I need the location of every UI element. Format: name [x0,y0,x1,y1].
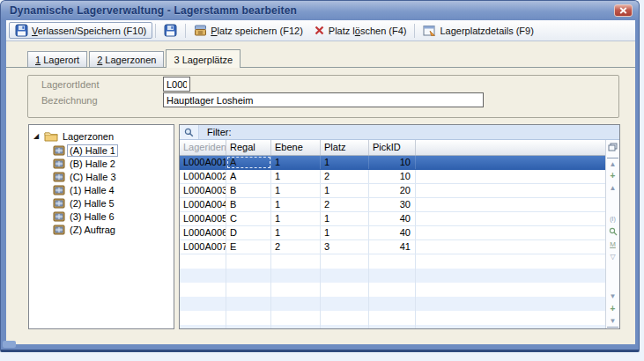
table-row[interactable]: L000A005 C 1 1 40 [180,212,605,226]
column-header-pickid[interactable]: PickID [369,140,416,155]
nav-prior-icon[interactable]: ▲ [607,182,618,194]
table-row[interactable]: L000A006 D 1 1 40 [180,226,605,240]
column-header-regal[interactable]: Regal [226,140,271,155]
nav-locate-icon[interactable] [607,225,618,237]
tree-item-halle-5[interactable]: (2) Halle 5 [53,196,174,210]
cell-ebene[interactable]: 1 [271,198,321,211]
cell-ebene[interactable]: 1 [271,226,321,239]
tree-item-label: (2) Halle 5 [68,198,116,209]
cell-platz[interactable]: 2 [321,170,369,183]
cell-regal[interactable]: C [226,212,271,225]
tree-item-auftrag[interactable]: (Z) Auftrag [53,223,174,236]
cell-ebene[interactable]: 1 [271,184,321,197]
cell-ebene[interactable]: 1 [271,170,321,183]
nav-next-page-icon[interactable]: + [607,303,618,314]
cell-platz[interactable]: 1 [321,184,369,197]
delete-place-label: Platz löschen (F4) [329,26,407,36]
tab-strip: 1 Lagerort 2 Lagerzonen 3 Lagerplätze [27,49,242,68]
cell-platz[interactable]: 1 [321,226,369,239]
save-exit-button[interactable]: Verlassen/Speichern (F10) [9,22,152,39]
cell-pickid[interactable]: 40 [369,226,416,239]
tree-item-label: (3) Halle 6 [68,211,116,222]
cell-pickid[interactable]: 10 [369,170,416,183]
tree-item-halle-3[interactable]: (C) Halle 3 [53,170,174,183]
tab-lagerplaetze[interactable]: 3 Lagerplätze [166,49,241,68]
tree-item-label: (1) Halle 4 [68,185,116,195]
cell-regal[interactable]: A [226,170,271,183]
empty-row [180,283,605,297]
cell-lagerident[interactable]: L000A007 [180,240,226,254]
resize-grip[interactable] [3,341,16,348]
tree-item-halle-4[interactable]: (1) Halle 4 [53,183,174,196]
nav-last-icon[interactable]: ▼ [607,315,618,328]
storage-bin-icon [53,172,65,182]
cell-lagerident[interactable]: L000A004 [180,198,226,211]
cell-regal[interactable]: B [226,184,271,197]
table-row-selected[interactable]: L000A001 A 1 1 10 [180,156,605,170]
filter-label: Filter: [207,127,232,137]
tree-item-label: (Z) Auftrag [68,225,117,235]
lagerort-ident-input[interactable] [163,77,190,92]
title-bar[interactable]: Dynamische Lagerverwaltung - Lagerstamm … [1,1,639,20]
cell-lagerident[interactable]: L000A001 [180,156,226,169]
delete-place-button[interactable]: Platz löschen (F4) [308,22,412,39]
cell-regal[interactable]: B [226,198,271,211]
close-button[interactable] [614,4,633,17]
storage-bin-icon [53,158,65,169]
tree-item-halle-2[interactable]: (B) Halle 2 [53,157,174,170]
cell-lagerident[interactable]: L000A005 [180,212,226,225]
nav-bookmark-icon[interactable]: M [607,239,618,250]
nav-prior-page-icon[interactable]: + [607,170,618,181]
table-row[interactable]: L000A004 B 1 2 30 [180,198,605,212]
empty-row-stripe [180,269,605,283]
cell-ebene[interactable]: 2 [271,240,321,254]
column-header-lagerident[interactable]: Lagerident [180,140,226,155]
cell-ebene[interactable]: 1 [271,212,321,225]
cell-platz[interactable]: 1 [321,212,369,225]
cell-platz[interactable]: 3 [321,240,369,254]
cell-ebene[interactable]: 1 [271,156,321,169]
bezeichnung-input[interactable] [163,92,484,107]
cell-pickid[interactable]: 20 [369,184,416,197]
cell-lagerident[interactable]: L000A003 [180,184,226,197]
cell-platz[interactable]: 1 [321,156,369,169]
cell-regal[interactable]: D [226,226,271,239]
cell-regal[interactable]: E [226,240,271,254]
nav-filter-icon[interactable]: ▽ [607,251,618,262]
cell-pickid[interactable]: 41 [369,240,416,254]
table-row[interactable]: L000A002 A 1 2 10 [180,170,605,184]
save-place-button[interactable]: Platz speichern (F12) [189,22,308,39]
cell-lagerident[interactable]: L000A002 [180,170,226,183]
tree-item-halle-6[interactable]: (3) Halle 6 [53,210,174,223]
nav-next-icon[interactable]: ▼ [607,291,618,302]
cell-pickid[interactable]: 40 [369,212,416,225]
search-icon [184,128,194,137]
column-header-filler [416,140,605,155]
filter-button[interactable] [180,125,199,139]
nav-insert-icon[interactable]: (I) [607,213,618,225]
tree-root[interactable]: ◢ Lagerzonen [33,129,174,144]
cell-lagerident[interactable]: L000A006 [180,226,226,239]
place-details-button[interactable]: Lagerplatzdetails (F9) [418,22,538,39]
column-chooser-button[interactable] [607,141,618,152]
nav-first-icon[interactable]: ▲ [607,158,618,170]
expand-icon[interactable]: ◢ [33,133,41,140]
column-header-platz[interactable]: Platz [321,140,369,155]
cell-pickid[interactable]: 30 [369,198,416,211]
search-icon [609,227,618,236]
cell-pickid[interactable]: 10 [369,156,416,169]
tree-item-halle-1[interactable]: (A) Halle 1 [53,144,174,157]
tab-lagerzonen[interactable]: 2 Lagerzonen [89,51,164,67]
window-title: Dynamische Lagerverwaltung - Lagerstamm … [10,4,297,17]
cell-regal-focused[interactable]: A [226,156,271,169]
column-header-ebene[interactable]: Ebene [271,140,321,155]
table-row[interactable]: L000A003 B 1 1 20 [180,184,605,198]
table-row[interactable]: L000A007 E 2 3 41 [180,240,605,254]
save-button[interactable] [159,22,182,39]
storage-bin-icon [53,145,65,156]
lagerort-groupbox: LagerortIdent Bezeichnung [27,75,619,118]
tree-root-label: Lagerzonen [61,131,115,142]
cell-platz[interactable]: 2 [321,198,369,211]
storage-bin-icon [53,211,65,222]
tab-lagerort[interactable]: 1 Lagerort [27,51,87,67]
